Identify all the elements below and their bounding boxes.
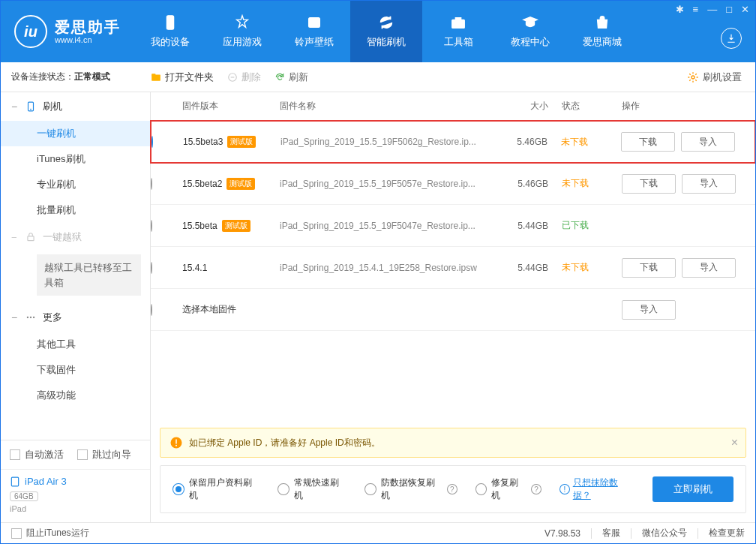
row-radio[interactable] <box>151 304 152 316</box>
opt-anti-recovery-label: 防数据恢复刷机 <box>381 476 442 502</box>
table-row[interactable]: 选择本地固件导入 <box>151 289 755 331</box>
nav-ringtones[interactable]: 铃声壁纸 <box>278 1 350 62</box>
sidebar-jailbreak-label: 一键越狱 <box>43 230 82 244</box>
firmware-version: 15.5beta3 测试版 <box>183 136 280 148</box>
status-not-downloaded: 未下载 <box>561 137 588 147</box>
apps-games-icon <box>234 14 250 31</box>
wechat-link[interactable]: 微信公众号 <box>642 527 687 539</box>
opt-keep-data[interactable]: 保留用户资料刷机 <box>172 476 260 502</box>
close-icon[interactable]: ✕ <box>741 4 749 15</box>
firmware-name: iPad_Spring_2019_15.4.1_19E258_Restore.i… <box>280 263 502 273</box>
auto-activate-label: 自动激活 <box>25 448 64 461</box>
sidebar-item-one-click[interactable]: 一键刷机 <box>1 121 150 146</box>
download-button[interactable]: 下载 <box>622 258 676 278</box>
table-row[interactable]: 15.5beta2 测试版iPad_Spring_2019_15.5_19F50… <box>151 163 755 205</box>
flash-settings-button[interactable]: 刷机设置 <box>687 71 742 84</box>
sidebar-more-head[interactable]: 更多 <box>1 303 150 332</box>
minimize-icon[interactable]: — <box>707 4 717 15</box>
top-nav: 我的设备应用游戏铃声壁纸智能刷机工具箱教程中心爱思商城 <box>134 1 755 62</box>
stop-itunes-checkbox[interactable] <box>11 528 22 539</box>
brand-url: www.i4.cn <box>55 35 121 44</box>
nav-my-device[interactable]: 我的设备 <box>134 1 206 62</box>
refresh-button[interactable]: 刷新 <box>274 71 308 84</box>
sidebar-item-download-fw[interactable]: 下载固件 <box>1 357 150 383</box>
connection-status: 设备连接状态：正常模式 <box>11 71 110 83</box>
row-radio[interactable] <box>151 262 152 274</box>
firmware-status: 已下载 <box>562 219 622 232</box>
sidebar: 刷机 一键刷机iTunes刷机专业刷机批量刷机 − 一键越狱 越狱工具已转移至工… <box>1 92 151 522</box>
firmware-size: 5.44GB <box>502 221 562 231</box>
maximize-icon[interactable]: □ <box>726 4 732 15</box>
skip-guide-checkbox[interactable] <box>77 449 88 460</box>
sidebar-flash-head[interactable]: 刷机 <box>1 92 150 121</box>
jailbreak-notice: 越狱工具已转移至工具箱 <box>37 254 141 296</box>
flash-panel: 保留用户资料刷机 常规快速刷机 防数据恢复刷机? 修复刷机? !只想抹除数据？ … <box>160 465 746 513</box>
skip-guide-label: 跳过向导 <box>92 448 131 461</box>
import-button[interactable]: 导入 <box>682 174 736 194</box>
warning-text: 如已绑定 Apple ID，请准备好 Apple ID和密码。 <box>189 437 380 449</box>
nav-label: 铃声壁纸 <box>295 35 334 49</box>
sidebar-flash-label: 刷机 <box>43 100 62 113</box>
device-name: iPad Air 3 <box>25 476 67 487</box>
nav-toolbox[interactable]: 工具箱 <box>422 1 494 62</box>
warning-bar: 如已绑定 Apple ID，请准备好 Apple ID和密码。 × <box>160 428 746 458</box>
flash-icon <box>25 101 37 113</box>
open-folder-button[interactable]: 打开文件夹 <box>151 71 214 84</box>
toolbar: 设备连接状态：正常模式 打开文件夹 删除 刷新 刷机设置 <box>1 62 755 92</box>
app-header: iu 爱思助手 www.i4.cn 我的设备应用游戏铃声壁纸智能刷机工具箱教程中… <box>1 1 755 62</box>
customer-service-link[interactable]: 客服 <box>602 527 620 539</box>
table-row[interactable]: 15.5beta3 测试版iPad_Spring_2019_15.5_19F50… <box>150 120 756 164</box>
svg-point-14 <box>33 317 34 318</box>
sidebar-item-itunes[interactable]: iTunes刷机 <box>1 146 150 172</box>
download-button[interactable]: 下载 <box>622 174 676 194</box>
check-update-link[interactable]: 检查更新 <box>709 527 745 539</box>
delete-button: 删除 <box>227 71 261 84</box>
sidebar-item-batch[interactable]: 批量刷机 <box>1 197 150 223</box>
device-info[interactable]: iPad Air 3 64GB iPad <box>1 469 150 522</box>
help-icon[interactable]: ? <box>447 484 458 494</box>
auto-activate-checkbox[interactable] <box>10 449 20 460</box>
start-flash-button[interactable]: 立即刷机 <box>652 476 734 502</box>
nav-apps-games[interactable]: 应用游戏 <box>206 1 278 62</box>
import-button[interactable]: 导入 <box>622 300 676 320</box>
sidebar-item-other-tools[interactable]: 其他工具 <box>1 332 150 357</box>
svg-rect-11 <box>28 236 34 241</box>
lock-icon <box>25 231 37 243</box>
more-icon <box>25 311 37 323</box>
nav-tutorial[interactable]: 教程中心 <box>494 1 566 62</box>
nav-label: 教程中心 <box>511 35 550 49</box>
help-icon[interactable]: ? <box>531 484 542 494</box>
refresh-label: 刷新 <box>289 71 308 84</box>
firmware-size: 5.46GB <box>501 137 561 147</box>
table-row[interactable]: 15.5beta 测试版iPad_Spring_2019_15.5_19F504… <box>151 205 755 247</box>
row-radio[interactable] <box>151 178 152 190</box>
opt-repair[interactable]: 修复刷机? <box>476 476 542 502</box>
nav-smart-flash[interactable]: 智能刷机 <box>350 1 422 62</box>
close-warning-button[interactable]: × <box>731 436 738 449</box>
open-folder-label: 打开文件夹 <box>165 71 214 84</box>
sidebar-item-pro[interactable]: 专业刷机 <box>1 172 150 197</box>
menu2-icon[interactable]: ≡ <box>693 4 699 15</box>
svg-point-3 <box>312 20 316 25</box>
opt-normal[interactable]: 常规快速刷机 <box>278 476 346 502</box>
erase-data-link[interactable]: 只想抹除数据？ <box>573 476 634 502</box>
nav-store[interactable]: 爱思商城 <box>566 1 638 62</box>
svg-rect-6 <box>152 74 155 75</box>
row-radio[interactable] <box>151 220 152 232</box>
logo: iu 爱思助手 www.i4.cn <box>1 1 134 62</box>
flash-settings-label: 刷机设置 <box>703 71 742 84</box>
import-button[interactable]: 导入 <box>682 258 736 278</box>
download-button[interactable]: 下载 <box>621 132 675 152</box>
sidebar-item-advanced[interactable]: 高级功能 <box>1 383 150 408</box>
sidebar-jailbreak-head: − 一键越狱 <box>1 223 150 251</box>
row-radio[interactable] <box>152 136 153 148</box>
info-icon[interactable]: ! <box>560 484 570 494</box>
import-button[interactable]: 导入 <box>681 132 735 152</box>
opt-anti-recovery[interactable]: 防数据恢复刷机? <box>364 476 458 502</box>
table-row[interactable]: 15.4.1iPad_Spring_2019_15.4.1_19E258_Res… <box>151 247 755 289</box>
download-indicator-icon[interactable] <box>721 28 742 49</box>
menu1-icon[interactable]: ✱ <box>676 4 684 15</box>
stop-itunes-label: 阻止iTunes运行 <box>26 527 89 539</box>
nav-label: 工具箱 <box>444 35 473 49</box>
svg-point-17 <box>176 445 177 446</box>
